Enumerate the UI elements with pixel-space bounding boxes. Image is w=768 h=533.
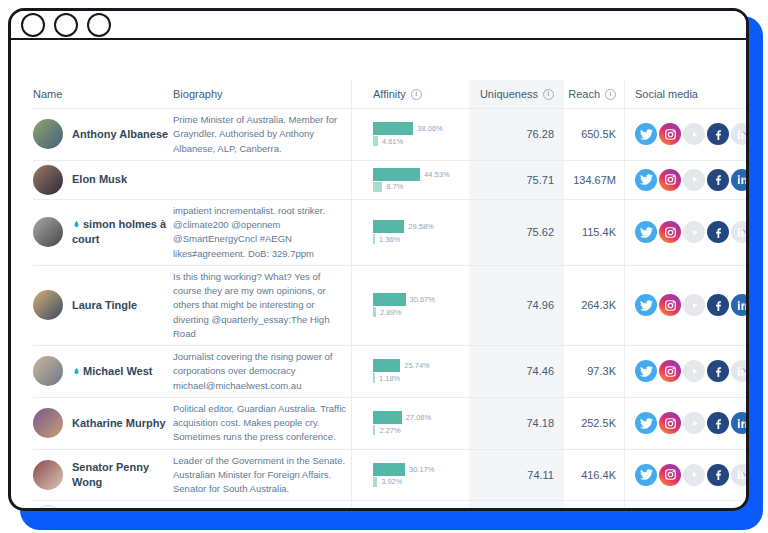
- twitter-icon[interactable]: [635, 221, 657, 243]
- person-name[interactable]: Anthony Albanese: [72, 127, 168, 142]
- person-name[interactable]: simon holmes à court: [72, 217, 173, 247]
- reach-value: 134.67M: [573, 174, 616, 186]
- youtube-icon: [683, 294, 705, 316]
- column-header-name[interactable]: Name: [33, 80, 173, 108]
- biography-text: Secretary of the Australian Council of T…: [173, 506, 351, 511]
- affinity-cell: 25.74%1.18%: [351, 346, 469, 397]
- uniqueness-cell: 74.11: [469, 450, 564, 501]
- affinity-value: 2.89%: [380, 308, 401, 317]
- column-header-social[interactable]: Social media: [624, 80, 738, 108]
- affinity-value: 38.06%: [417, 124, 442, 133]
- expand-row-cell: [738, 398, 749, 449]
- youtube-icon: [683, 221, 705, 243]
- column-header-uniqueness[interactable]: Uniquenessi: [469, 80, 564, 108]
- info-icon[interactable]: i: [543, 89, 554, 100]
- chevron-down-icon[interactable]: [740, 364, 749, 378]
- reach-cell: 115.4K: [564, 200, 624, 265]
- table-row: SSally McManusSecretary of the Australia…: [33, 500, 749, 511]
- facebook-icon[interactable]: [707, 360, 729, 382]
- person-name[interactable]: Laura Tingle: [72, 298, 137, 313]
- affinity-cell: 38.06%4.61%: [351, 109, 469, 160]
- avatar: [33, 356, 63, 386]
- twitter-icon[interactable]: [635, 294, 657, 316]
- expand-row-cell: [738, 266, 749, 345]
- affinity-value: 30.67%: [410, 295, 435, 304]
- facebook-icon[interactable]: [707, 294, 729, 316]
- twitter-icon[interactable]: [635, 464, 657, 486]
- twitter-icon[interactable]: [635, 360, 657, 382]
- facebook-icon[interactable]: [707, 464, 729, 486]
- table-row: Senator Penny WongLeader of the Governme…: [33, 449, 749, 501]
- facebook-icon[interactable]: [707, 169, 729, 191]
- social-cell: [624, 398, 738, 449]
- affinity-bar-line: 44.53%: [373, 168, 450, 181]
- instagram-icon[interactable]: [659, 294, 681, 316]
- person-name[interactable]: Katharine Murphy: [72, 416, 166, 431]
- instagram-icon[interactable]: [659, 221, 681, 243]
- facebook-icon[interactable]: [707, 221, 729, 243]
- chevron-down-icon[interactable]: [740, 298, 749, 312]
- instagram-icon[interactable]: [659, 123, 681, 145]
- facebook-icon[interactable]: [707, 412, 729, 434]
- twitter-icon[interactable]: [635, 169, 657, 191]
- person-name[interactable]: Elon Musk: [72, 172, 127, 187]
- biography-cell: Leader of the Government in the Senate. …: [173, 450, 351, 501]
- biography-cell: Secretary of the Australian Council of T…: [173, 501, 351, 511]
- affinity-value: 4.61%: [382, 137, 403, 146]
- column-header-affinity[interactable]: Affinityi: [351, 80, 469, 108]
- column-header-biography[interactable]: Biography: [173, 80, 351, 108]
- avatar: [33, 119, 63, 149]
- instagram-icon[interactable]: [659, 412, 681, 434]
- column-header-reach[interactable]: Reachi: [564, 80, 624, 108]
- instagram-icon[interactable]: [659, 169, 681, 191]
- window-button-icon[interactable]: [87, 13, 111, 37]
- instagram-icon[interactable]: [659, 464, 681, 486]
- youtube-icon: [683, 360, 705, 382]
- affinity-bar: [373, 168, 420, 181]
- instagram-icon[interactable]: [659, 360, 681, 382]
- droplet-icon: [72, 365, 81, 376]
- chevron-down-icon[interactable]: [740, 225, 749, 239]
- reach-value: 252.5K: [581, 417, 616, 429]
- affinity-bar: [373, 293, 406, 306]
- chevron-down-icon[interactable]: [740, 173, 749, 187]
- biography-text: impatient incrementalist. root striker. …: [173, 204, 351, 261]
- twitter-icon[interactable]: [635, 123, 657, 145]
- window-button-icon[interactable]: [54, 13, 78, 37]
- expand-row-cell: [738, 161, 749, 199]
- screenshot-stage: NameBiographyAffinityiUniquenessiReachiS…: [0, 0, 768, 533]
- info-icon[interactable]: i: [411, 89, 422, 100]
- twitter-icon[interactable]: [635, 509, 657, 511]
- affinity-bars: 27.08%2.27%: [373, 411, 431, 435]
- facebook-icon[interactable]: [707, 509, 729, 511]
- reach-value: 115.4K: [582, 226, 616, 238]
- window-button-icon[interactable]: [21, 13, 45, 37]
- facebook-icon[interactable]: [707, 123, 729, 145]
- chevron-down-icon[interactable]: [740, 127, 749, 141]
- affinity-bar: [373, 373, 375, 383]
- affinity-bars: 30.17%3.92%: [373, 463, 434, 487]
- chevron-down-icon[interactable]: [740, 468, 749, 482]
- affinity-bar: [373, 136, 378, 146]
- affinity-cell: 29.58%1.36%: [351, 200, 469, 265]
- window-titlebar: [11, 11, 746, 40]
- instagram-icon[interactable]: [659, 509, 681, 511]
- info-icon[interactable]: i: [605, 89, 616, 100]
- uniqueness-value: 74.96: [526, 299, 554, 311]
- biography-cell: [173, 161, 351, 199]
- name-cell: simon holmes à court: [33, 200, 173, 265]
- affinity-cell: 30.17%3.92%: [351, 450, 469, 501]
- social-cell: [624, 109, 738, 160]
- chevron-down-icon[interactable]: [740, 416, 749, 430]
- reach-cell: 252.5K: [564, 398, 624, 449]
- twitter-icon[interactable]: [635, 412, 657, 434]
- affinity-value: 1.36%: [379, 235, 400, 244]
- affinity-bar-line: 3.92%: [373, 477, 434, 487]
- affinity-bar: [373, 122, 413, 135]
- table-row: Anthony AlbanesePrime Minister of Austra…: [33, 108, 749, 160]
- expand-row-cell: [738, 450, 749, 501]
- person-name[interactable]: Senator Penny Wong: [72, 460, 173, 490]
- person-name[interactable]: Michael West: [72, 364, 153, 379]
- reach-cell: 650.5K: [564, 109, 624, 160]
- table-row: Elon Musk44.53%8.7%75.71134.67M: [33, 160, 749, 199]
